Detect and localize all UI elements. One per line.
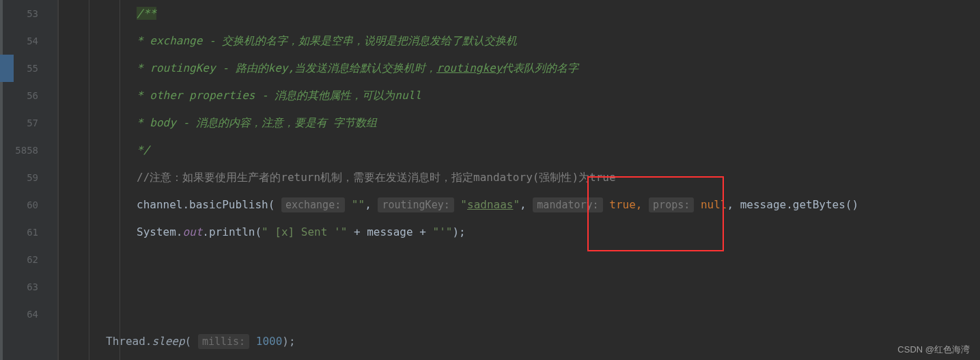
line-number: 56	[0, 82, 57, 109]
method-call: , message.getBytes()	[727, 198, 858, 211]
doc-comment: * other properties -	[137, 89, 275, 102]
gutter: 53 54 55 56 57 5858 59 60 61 62 63 64	[0, 0, 58, 360]
code-line: * exchange - 交换机的名字，如果是空串，说明是把消息发给了默认交换机	[68, 27, 980, 55]
code-line: * body - 消息的内容，注意，要是有 字节数组	[68, 109, 980, 137]
code-line: Thread.sleep( millis: 1000);	[68, 328, 980, 355]
method-call: sleep	[152, 335, 184, 348]
code-line: channel.basicPublish( exchange: "", rout…	[68, 191, 980, 219]
number-literal: 1000	[249, 335, 282, 348]
field-ref: out	[182, 225, 202, 238]
line-number: 57	[0, 109, 57, 137]
punctuation: (	[185, 335, 192, 348]
param-hint: routingKey:	[378, 197, 453, 212]
method-call: channel.basicPublish(	[137, 198, 275, 211]
string-literal: " [x] Sent '"	[262, 225, 347, 238]
punctuation: );	[452, 225, 465, 238]
class-ref: Thread.	[106, 335, 152, 348]
code-content[interactable]: /** * exchange - 交换机的名字，如果是空串，说明是把消息发给了默…	[58, 0, 980, 360]
doc-comment: 路由的key,当发送消息给默认交换机时，	[236, 61, 437, 74]
keyword: null	[694, 198, 727, 211]
keyword: true	[603, 198, 636, 211]
string-literal: "	[513, 198, 520, 211]
param-hint: props:	[649, 197, 694, 212]
line-comment: //	[137, 171, 150, 184]
doc-comment: 消息的其他属性，可以为null	[275, 89, 421, 102]
param-hint: exchange:	[281, 197, 345, 212]
string-literal: "	[454, 198, 467, 211]
code-line: /**	[68, 0, 980, 27]
code-line: * routingKey - 路由的key,当发送消息给默认交换机时，routi…	[68, 55, 980, 82]
indent-guide	[58, 0, 59, 360]
doc-comment: * exchange -	[137, 34, 222, 47]
punctuation: );	[282, 335, 295, 348]
code-line	[68, 301, 980, 328]
doc-link: routingkey	[436, 61, 502, 74]
operator: + message +	[347, 225, 432, 238]
code-line: */	[68, 137, 980, 164]
code-line: //注意：如果要使用生产者的return机制，需要在发送消息时，指定mandat…	[68, 164, 980, 191]
indent-guide	[120, 0, 120, 360]
line-number: 60	[0, 191, 57, 219]
code-line	[68, 246, 980, 273]
doc-comment: 消息的内容，注意，要是有 字节数组	[196, 116, 378, 129]
code-line: * other properties - 消息的其他属性，可以为null	[68, 82, 980, 109]
class-ref: System.	[137, 225, 182, 238]
string-literal: "'"	[433, 225, 453, 238]
punctuation: ,	[365, 198, 378, 211]
doc-comment: 代表队列的名字	[502, 61, 578, 74]
line-number: 61	[0, 219, 57, 246]
doc-comment-end: */	[137, 143, 150, 156]
code-line	[68, 273, 980, 301]
doc-comment-start: /**	[137, 7, 156, 20]
param-hint: millis:	[198, 334, 249, 349]
line-comment: 注意：如果要使用生产者的return机制，需要在发送消息时，指定mandator…	[150, 171, 615, 184]
line-number: 63	[0, 273, 57, 301]
doc-comment: 交换机的名字，如果是空串，说明是把消息发给了默认交换机	[222, 34, 517, 47]
string-literal: sadnaas	[467, 198, 513, 211]
line-number: 64	[0, 301, 57, 328]
line-number: 59	[0, 164, 57, 191]
line-number: 5858	[0, 137, 57, 164]
line-number: 53	[0, 0, 57, 27]
string-literal: ""	[345, 198, 365, 211]
punctuation: ,	[636, 198, 649, 211]
watermark: CSDN @红色海湾	[897, 344, 970, 356]
doc-comment: * body -	[137, 116, 196, 129]
line-number: 62	[0, 246, 57, 273]
line-number: 55	[0, 55, 57, 82]
param-hint: mandatory:	[533, 197, 602, 212]
indent-guide	[89, 0, 89, 360]
line-number: 54	[0, 27, 57, 55]
code-line: System.out.println(" [x] Sent '" + messa…	[68, 219, 980, 246]
punctuation: ,	[520, 198, 533, 211]
method-call: .println(	[202, 225, 262, 238]
doc-comment: * routingKey -	[137, 61, 236, 74]
code-editor: 53 54 55 56 57 5858 59 60 61 62 63 64 /*…	[0, 0, 980, 360]
